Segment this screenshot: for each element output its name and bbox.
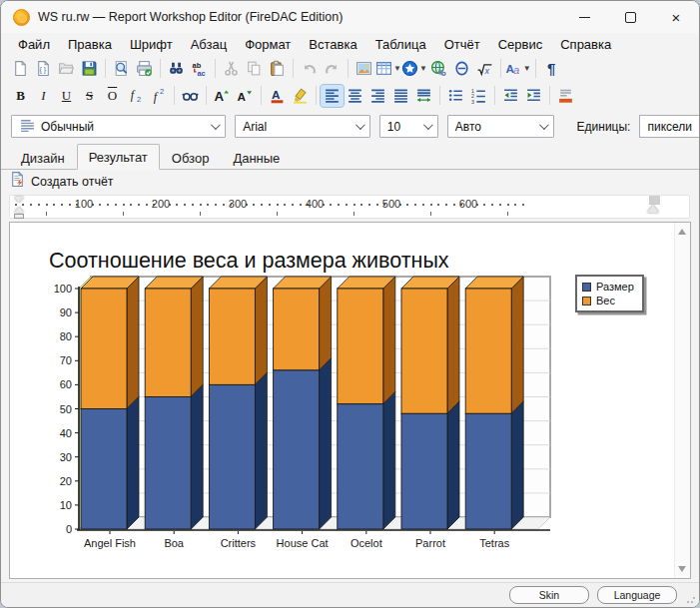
- svg-text:f: f: [131, 88, 136, 102]
- menu-item[interactable]: Правка: [59, 35, 121, 54]
- menu-item[interactable]: Шрифт: [121, 35, 182, 54]
- menu-item[interactable]: Формат: [236, 35, 300, 54]
- align-right-button[interactable]: [366, 85, 389, 107]
- print-button[interactable]: [133, 58, 156, 80]
- numbered-list-button[interactable]: 123: [467, 85, 490, 107]
- maximize-button[interactable]: [607, 1, 653, 33]
- font-combobox[interactable]: Arial: [235, 115, 370, 138]
- save-button[interactable]: [78, 58, 101, 80]
- svg-text:Angel Fish: Angel Fish: [84, 537, 136, 549]
- left-margin-marker[interactable]: [14, 214, 24, 219]
- document-page[interactable]: Соотношение веса и размера животных01020…: [9, 222, 691, 579]
- grow-font-button[interactable]: A: [211, 85, 234, 107]
- bold-button[interactable]: B: [9, 85, 32, 107]
- menu-item[interactable]: Вставка: [300, 35, 365, 54]
- skin-button[interactable]: Skin: [509, 586, 589, 604]
- insert-image-button[interactable]: [352, 58, 375, 80]
- ruler-half-tick: [277, 212, 278, 216]
- subscript-button[interactable]: f2: [124, 85, 147, 107]
- font-color-combobox[interactable]: Авто: [447, 115, 554, 138]
- insert-symbol-button[interactable]: [450, 58, 473, 80]
- tab-результат[interactable]: Результат: [77, 144, 160, 170]
- align-left-button[interactable]: [321, 85, 344, 107]
- dropdown-arrow-icon[interactable]: ▼: [419, 64, 427, 73]
- italic-button[interactable]: I: [32, 85, 55, 107]
- right-indent-marker[interactable]: [647, 205, 659, 213]
- shrink-font-button[interactable]: A: [234, 85, 257, 107]
- menu-item[interactable]: Абзац: [182, 35, 236, 54]
- print-preview-button[interactable]: [110, 58, 133, 80]
- ruler-tick: [376, 204, 378, 206]
- insert-hyperlink-icon: [430, 60, 447, 77]
- overline-button[interactable]: O: [101, 85, 124, 107]
- vertical-scrollbar[interactable]: [674, 223, 690, 578]
- fit-width-button[interactable]: [412, 85, 435, 107]
- highlight-button[interactable]: [289, 85, 312, 107]
- paste-button[interactable]: [266, 58, 289, 80]
- replace-button[interactable]: abac: [188, 58, 211, 80]
- ruler-tick: [215, 204, 217, 206]
- menu-item[interactable]: Отчёт: [435, 35, 489, 54]
- svg-text:2: 2: [160, 87, 164, 96]
- shrink-font-icon: A: [237, 87, 254, 104]
- justify-button[interactable]: [389, 85, 412, 107]
- toolbar-separator: [316, 86, 317, 105]
- ruler-tick: [115, 204, 117, 206]
- language-button[interactable]: Language: [597, 586, 677, 604]
- insert-table-button[interactable]: ▼: [375, 58, 401, 80]
- tab-дизайн[interactable]: Дизайн: [9, 147, 77, 170]
- outdent-button[interactable]: [499, 85, 522, 107]
- indent-button[interactable]: [522, 85, 545, 107]
- style-combobox[interactable]: Обычный: [11, 115, 226, 138]
- dropdown-arrow-icon[interactable]: ▼: [393, 64, 401, 73]
- new-code-document-button[interactable]: { }: [32, 58, 55, 80]
- align-center-button[interactable]: [344, 85, 366, 107]
- show-formatting-button[interactable]: ¶: [540, 58, 563, 80]
- menu-item[interactable]: Сервис: [489, 35, 552, 54]
- svg-text:80: 80: [60, 330, 72, 342]
- font-size-combobox[interactable]: 10: [379, 115, 438, 138]
- units-value: пиксели: [647, 120, 692, 134]
- new-document-button[interactable]: [9, 58, 32, 80]
- units-combobox[interactable]: пиксели: [639, 115, 699, 138]
- window-controls: ×: [561, 1, 699, 33]
- app-window: WS ru.rw — Report Workshop Editor (FireD…: [0, 0, 700, 608]
- insert-formula-button[interactable]: x: [473, 58, 496, 80]
- ruler-tick: [99, 204, 101, 206]
- font-scheme-button[interactable]: Aa▼: [505, 58, 531, 80]
- underline-button[interactable]: U: [55, 85, 78, 107]
- dropdown-arrow-icon[interactable]: ▼: [523, 64, 531, 73]
- scroll-down-icon[interactable]: [678, 566, 686, 572]
- tab-обзор[interactable]: Обзор: [160, 147, 222, 170]
- close-button[interactable]: ×: [653, 1, 699, 33]
- menu-item[interactable]: Файл: [9, 35, 59, 54]
- find-button[interactable]: [165, 58, 188, 80]
- ruler-tick: [30, 204, 32, 206]
- create-report-button[interactable]: Создать отчёт: [31, 175, 114, 189]
- horizontal-ruler[interactable]: 100200300400500600: [9, 195, 690, 219]
- insert-object-button[interactable]: ▼: [401, 58, 427, 80]
- minimize-button[interactable]: [561, 1, 607, 33]
- right-margin-box[interactable]: [649, 196, 660, 205]
- ruler-tick: [406, 204, 408, 206]
- menu-item[interactable]: Справка: [551, 35, 620, 54]
- svg-text:10: 10: [60, 499, 72, 511]
- menu-item[interactable]: Таблица: [366, 35, 435, 54]
- scroll-up-icon[interactable]: [678, 229, 686, 235]
- insert-hyperlink-button[interactable]: [427, 58, 450, 80]
- print-preview-icon: [113, 60, 130, 77]
- superscript-button[interactable]: f2: [147, 85, 170, 107]
- strikethrough-button[interactable]: S: [78, 85, 101, 107]
- glasses-button[interactable]: [179, 85, 202, 107]
- font-scheme-icon: Aa: [505, 60, 522, 77]
- resize-grip[interactable]: [686, 594, 696, 604]
- ruler-tick: [483, 204, 485, 206]
- font-size-value: 10: [387, 120, 400, 134]
- first-line-indent-marker[interactable]: [14, 197, 24, 203]
- tab-данные[interactable]: Данные: [221, 147, 292, 170]
- font-color-button[interactable]: A: [266, 85, 289, 107]
- svg-text:20: 20: [60, 475, 72, 487]
- paragraph-color-button[interactable]: [554, 85, 577, 107]
- left-indent-marker[interactable]: [14, 207, 24, 213]
- bullet-list-button[interactable]: [444, 85, 467, 107]
